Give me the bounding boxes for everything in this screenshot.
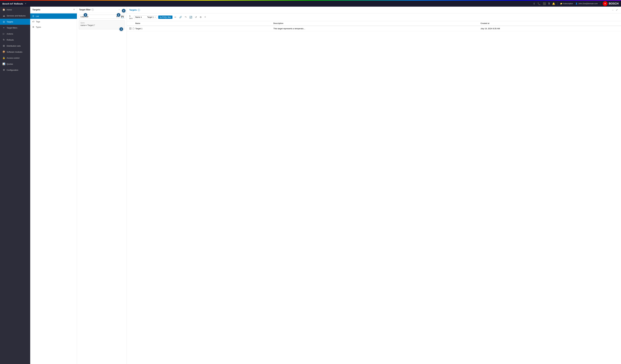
targets-expand-btn[interactable]: ⤢ — [615, 8, 619, 12]
app-close-btn[interactable]: × — [25, 2, 26, 5]
nav-types-label: Types — [36, 26, 41, 28]
share-icon[interactable]: ⇧ — [533, 2, 535, 5]
table-row[interactable]: ? Target 1 This target represents a temp… — [127, 26, 621, 31]
targets-nav-types[interactable]: ⚙ Types — [30, 24, 77, 30]
add-target-btn[interactable]: + — [204, 15, 207, 19]
sidebar-item-actions[interactable]: ▷ Actions — [0, 31, 30, 37]
query-value: name=="Target 1" — [81, 24, 123, 26]
sidebar-item-rollouts[interactable]: ↻ Rollouts — [0, 37, 30, 43]
software-modules-icon: 📦 — [2, 50, 5, 53]
targets-main-title-text: Targets — [129, 9, 137, 11]
query-label: Query — [81, 22, 123, 24]
save-filter-btn[interactable]: 💾 — [120, 15, 125, 19]
sidebar-item-home[interactable]: 🏠 Home — [0, 7, 30, 13]
filter-chip: Name ▾ Target 1 × — [134, 15, 157, 19]
targets-table: Name Description Created at ? Target 1 T… — [127, 21, 621, 364]
layout-icon[interactable]: ⬛ — [543, 2, 546, 5]
filter-value-text: Target 1 — [147, 16, 154, 18]
badge-1: 1 — [119, 27, 123, 31]
targets-panel: Targets × ☰ List 🏷 Tags ⚙ Types — [30, 7, 77, 364]
table-cell-name: Target 1 — [135, 28, 273, 30]
sidebar-item-label: Home — [7, 9, 12, 11]
table-col-name: Name — [135, 22, 273, 24]
list-icon: ☰ — [32, 15, 34, 17]
item-count: 1 item — [129, 15, 133, 20]
targets-panel-title: Targets — [32, 8, 40, 11]
sidebar-item-label: Target filters — [7, 27, 17, 29]
sidebar-item-label: Quotas — [7, 63, 13, 65]
targets-nav-tags[interactable]: 🏷 Tags — [30, 19, 77, 24]
filter-panel: Target filter i − ⤢ Load filter ▾ — [77, 7, 127, 364]
filter-field-select[interactable]: Name ▾ — [134, 15, 146, 19]
targets-icon: ◎ — [2, 20, 5, 23]
rsql-filter-badge[interactable]: by RSQL filter — [158, 16, 172, 19]
types-icon: ⚙ — [32, 26, 34, 28]
sidebar-item-configuration[interactable]: ⚙ Configuration — [0, 67, 30, 73]
top-bar: Bosch IoT Rollouts × ⇧ 📞 ⬛ $ 🔔 📁 Subscri… — [0, 0, 621, 7]
filter-title-info-icon[interactable]: i — [91, 9, 94, 11]
bell-icon[interactable]: 🔔 — [552, 2, 555, 5]
user-account[interactable]: 👤 John.Doe@domain.com — [575, 2, 598, 5]
sidebar-item-access-control[interactable]: 🔒 Access control — [0, 55, 30, 61]
sidebar-item-quotas[interactable]: 📊 Quotas — [0, 61, 30, 67]
actions-icon: ▷ — [2, 32, 5, 35]
badge-2: 2 — [117, 13, 121, 17]
dollar-icon[interactable]: $ — [548, 2, 550, 5]
rollouts-icon: ↻ — [2, 38, 5, 41]
row-checkbox[interactable] — [129, 28, 131, 30]
filter-field-label: Name — [135, 16, 140, 18]
sidebar: 🏠 Home ☁ Services and features ◎ Targets… — [0, 7, 30, 364]
targets-panel-close-btn[interactable]: × — [73, 8, 75, 11]
table-cell-check: ? — [129, 28, 135, 30]
sidebar-item-label: Targets — [7, 21, 13, 23]
user-label: John.Doe@domain.com — [578, 2, 598, 5]
refresh-target-icon-btn[interactable]: 🔄 — [189, 15, 193, 19]
targets-main-header-actions: − ⤢ — [611, 8, 619, 12]
refresh-icon-btn[interactable]: ↺ — [194, 15, 198, 19]
subscription-link[interactable]: 📁 Subscription — [560, 2, 573, 5]
settings-icon-btn[interactable]: ⚙ — [199, 15, 202, 19]
configuration-icon: ⚙ — [2, 69, 5, 71]
filter-field-chevron-icon: ▾ — [141, 16, 142, 18]
item-count-number: 1 — [129, 15, 133, 17]
sidebar-item-targets[interactable]: ◎ Targets — [0, 19, 30, 25]
table-header: Name Description Created at — [127, 21, 621, 26]
brand-label: BOSCH — [609, 2, 619, 5]
link-icon-btn[interactable]: 🔗 — [178, 15, 183, 19]
sidebar-item-label: Configuration — [7, 69, 18, 71]
filter-value-close-btn[interactable]: × — [155, 16, 156, 18]
sidebar-item-software-modules[interactable]: 📦 Software modules — [0, 49, 30, 55]
query-box[interactable]: Query name=="Target 1" — [79, 20, 125, 29]
badge-4: 4 — [121, 9, 126, 13]
distribution-sets-icon: ⊞ — [2, 45, 5, 47]
nav-list-label: List — [36, 15, 39, 17]
sidebar-item-services[interactable]: ☁ Services and features — [0, 13, 30, 19]
app-title: Bosch IoT Rollouts — [2, 2, 23, 5]
sidebar-item-distribution-sets[interactable]: ⊞ Distribution sets — [0, 43, 30, 49]
filter-minimize-btn[interactable]: − — [118, 8, 120, 11]
targets-nav-list[interactable]: ☰ List — [30, 14, 77, 19]
nav-tags-label: Tags — [36, 20, 40, 23]
services-icon: ☁ — [2, 14, 5, 17]
edit-icon-btn[interactable]: ✏ — [174, 15, 177, 19]
targets-main-info-icon[interactable]: i — [138, 9, 140, 11]
targets-minimize-btn[interactable]: − — [611, 8, 614, 12]
user-icon: 👤 — [575, 2, 578, 5]
target-filters-icon: ⌖ — [2, 26, 5, 29]
bosch-circle-icon: B — [603, 1, 607, 6]
sidebar-item-target-filters[interactable]: ⌖ Target filters — [0, 25, 30, 31]
sidebar-item-label: Actions — [7, 33, 13, 35]
home-icon: 🏠 — [2, 8, 5, 11]
phone-icon[interactable]: 📞 — [537, 2, 540, 5]
badge-3: 3 — [83, 13, 87, 17]
table-cell-description: This target represents a temperatu… — [273, 28, 480, 30]
subscription-folder-icon: 📁 — [560, 2, 562, 5]
filter-body: Load filter ▾ 💾 3 2 4 Query — [77, 13, 127, 364]
table-cell-created: July 19, 2024 8:35 AM — [481, 28, 619, 30]
redo-icon-btn[interactable]: ↷ — [184, 15, 188, 19]
table-col-description: Description — [273, 22, 480, 24]
row-info-icon[interactable]: ? — [132, 28, 135, 30]
item-count-label: item — [129, 17, 133, 20]
sidebar-item-label: Services and features — [7, 15, 26, 17]
subscription-label: Subscription — [563, 2, 573, 5]
